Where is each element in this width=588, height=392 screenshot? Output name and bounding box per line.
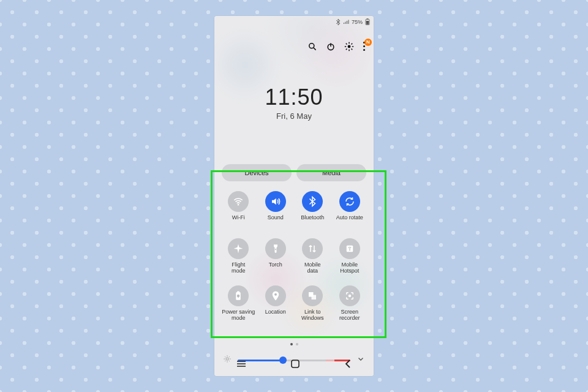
svg-rect-1 (367, 18, 369, 19)
svg-point-19 (349, 249, 350, 251)
header-actions: N (307, 42, 366, 51)
toggle-linkwindows[interactable]: Link to Windows (296, 285, 330, 322)
svg-point-7 (348, 45, 351, 48)
clock-block: 11:50 Fri, 6 May (214, 85, 374, 121)
mobiledata-icon (302, 238, 323, 259)
toggle-location[interactable]: Location (259, 285, 293, 322)
nav-home-button[interactable] (290, 358, 301, 372)
more-menu-button[interactable]: N (363, 42, 366, 51)
svg-line-13 (352, 49, 353, 50)
toggle-label: Mobile data (304, 262, 321, 274)
toggle-label: Bluetooth (301, 215, 324, 227)
flight-icon (228, 238, 249, 259)
wifi-icon (228, 191, 249, 212)
toggle-flight[interactable]: Flight mode (222, 238, 255, 274)
svg-line-4 (314, 48, 316, 50)
media-chip[interactable]: Media (296, 164, 366, 181)
battery-pct: 75% (352, 19, 363, 25)
autorotate-icon (339, 191, 360, 212)
toggle-powersave[interactable]: Power saving mode (222, 285, 255, 322)
toggle-label: Screen recorder (339, 309, 360, 322)
toggle-screenrecord[interactable]: Screen recorder (333, 285, 367, 322)
toggle-label: Sound (268, 215, 284, 227)
toggle-torch[interactable]: Torch (259, 238, 293, 274)
screenrecord-icon (339, 285, 360, 306)
page-dot (296, 343, 298, 345)
nav-back-button[interactable] (343, 359, 353, 371)
svg-rect-26 (312, 295, 317, 300)
svg-rect-23 (238, 295, 239, 298)
svg-line-15 (352, 43, 353, 45)
toggle-label: Torch (269, 262, 282, 274)
linkwindows-icon (302, 285, 323, 306)
notification-badge: N (364, 39, 372, 46)
toggle-mobiledata[interactable]: Mobile data (296, 238, 330, 274)
phone-frame: 75% N 11:50 Fri, 6 May Devices Media Wi-… (214, 16, 374, 376)
svg-rect-40 (292, 360, 299, 368)
devices-chip[interactable]: Devices (222, 164, 292, 181)
status-bar: 75% (336, 18, 370, 25)
sound-icon (265, 191, 286, 212)
svg-rect-2 (366, 21, 369, 24)
clock-time: 11:50 (214, 85, 374, 110)
location-icon (265, 285, 286, 306)
svg-point-24 (274, 293, 277, 296)
toggle-label: Location (265, 309, 286, 322)
clock-date: Fri, 6 May (214, 111, 374, 121)
signal-icon (343, 20, 349, 24)
settings-button[interactable] (344, 42, 354, 51)
toggle-label: Wi-Fi (232, 215, 245, 227)
android-navbar (214, 358, 374, 372)
toggle-sound[interactable]: Sound (259, 191, 293, 227)
toggle-label: Flight mode (232, 262, 246, 274)
toggle-label: Link to Windows (301, 309, 324, 322)
power-button[interactable] (326, 42, 336, 51)
hotspot-icon (339, 238, 360, 259)
battery-icon (365, 18, 370, 25)
svg-line-12 (346, 43, 347, 45)
toggle-label: Auto rotate (336, 215, 363, 227)
toggle-label: Power saving mode (222, 309, 255, 322)
toggle-autorotate[interactable]: Auto rotate (333, 191, 367, 227)
torch-icon (265, 238, 286, 259)
toggle-hotspot[interactable]: Mobile Hotspot (333, 238, 367, 274)
nav-recents-button[interactable] (235, 360, 247, 371)
toggle-bluetooth[interactable]: Bluetooth (296, 191, 330, 227)
bluetooth-icon (302, 191, 323, 212)
toggle-wifi[interactable]: Wi-Fi (222, 191, 255, 227)
powersave-icon (228, 285, 249, 306)
svg-line-14 (346, 49, 347, 50)
quick-toggle-grid: Wi-FiSoundBluetoothAuto rotateFlight mod… (222, 191, 366, 322)
svg-point-27 (349, 295, 352, 298)
svg-point-3 (309, 43, 314, 48)
search-button[interactable] (307, 42, 317, 51)
svg-point-16 (238, 204, 239, 205)
toggle-label: Mobile Hotspot (340, 262, 359, 274)
svg-rect-21 (237, 292, 239, 293)
bluetooth-status-icon (336, 19, 341, 25)
page-indicator (214, 343, 374, 345)
page-dot (290, 343, 293, 345)
